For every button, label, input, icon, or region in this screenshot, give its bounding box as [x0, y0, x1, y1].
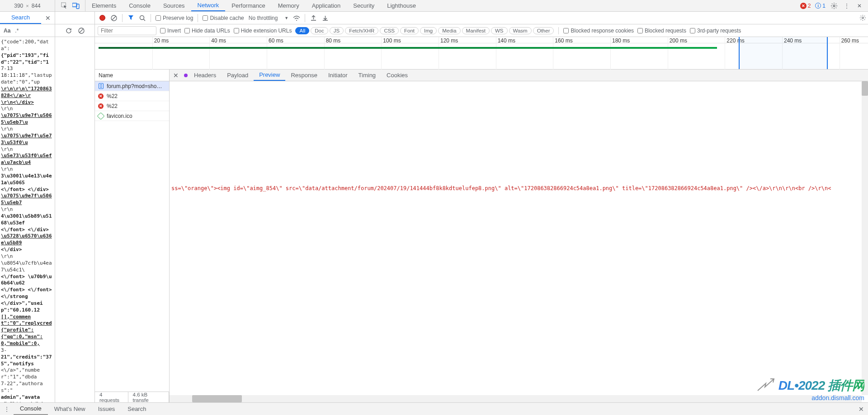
type-filter-doc[interactable]: Doc: [311, 27, 328, 34]
search-result-line[interactable]: \r\n: [1, 253, 54, 260]
main-tab-lighthouse[interactable]: Lighthouse: [381, 0, 422, 11]
hide-extension-urls-checkbox[interactable]: Hide extension URLs: [234, 28, 292, 34]
detail-tab-preview[interactable]: Preview: [254, 70, 285, 81]
close-detail-icon[interactable]: ✕: [170, 72, 182, 79]
search-result-line[interactable]: \r\n: [1, 206, 54, 213]
search-result-line[interactable]: \r\n<\/div>: [1, 99, 54, 106]
drawer-tab-console[interactable]: Console: [14, 403, 48, 415]
main-tab-sources[interactable]: Sources: [157, 0, 191, 11]
type-filter-js[interactable]: JS: [330, 27, 344, 34]
download-har-icon[interactable]: [321, 14, 329, 22]
search-close-icon[interactable]: ✕: [41, 14, 55, 22]
search-result-line[interactable]: \u7075\u9e7f\u5e73\u53f0\u: [1, 133, 54, 146]
type-filter-manifest[interactable]: Manifest: [462, 27, 490, 34]
throttling-select[interactable]: No throttling ▼: [249, 15, 288, 21]
info-count-badge[interactable]: i1: [815, 3, 826, 9]
search-result-line[interactable]: <\/a>","number":"1","dbda: [1, 367, 54, 381]
type-filter-ws[interactable]: WS: [491, 27, 508, 34]
filter-input[interactable]: [98, 26, 156, 35]
search-result-line[interactable]: [],"comment":"0","replycred: [1, 314, 54, 327]
panel-settings-icon[interactable]: [859, 14, 866, 23]
filter-toggle-icon[interactable]: [127, 14, 134, 22]
search-result-line[interactable]: {"code":200,"data":: [1, 39, 54, 52]
drawer-tab-search[interactable]: Search: [121, 403, 152, 415]
search-result-line[interactable]: 3-: [1, 347, 54, 354]
search-tab[interactable]: Search: [0, 12, 41, 24]
refresh-search-icon[interactable]: [65, 27, 72, 34]
request-row[interactable]: forum.php?mod=sho…: [95, 81, 169, 91]
main-tab-application[interactable]: Application: [306, 0, 347, 11]
close-devtools-icon[interactable]: ✕: [855, 2, 863, 10]
search-result-line[interactable]: <\/div>: [1, 247, 54, 253]
third-party-checkbox[interactable]: 3rd-party requests: [690, 28, 741, 34]
type-filter-media[interactable]: Media: [438, 27, 460, 34]
request-row[interactable]: favicon.ico: [95, 111, 169, 121]
request-row[interactable]: ✕%22: [95, 91, 169, 101]
search-result-line[interactable]: {"profile":: [1, 327, 54, 334]
search-result-line[interactable]: \u7075\u9e7f\u5065\u5eb7: [1, 193, 54, 206]
detail-tab-initiator[interactable]: Initiator: [323, 70, 353, 81]
detail-tab-timing[interactable]: Timing: [353, 70, 382, 81]
overview-selection[interactable]: [739, 37, 828, 69]
blocked-requests-checkbox[interactable]: Blocked requests: [637, 28, 686, 34]
search-result-line[interactable]: 18:11:18","lastupdate":"0","up: [1, 72, 54, 86]
detail-tab-response[interactable]: Response: [285, 70, 323, 81]
type-filter-all[interactable]: All: [295, 27, 309, 34]
blocked-cookies-checkbox[interactable]: Blocked response cookies: [563, 28, 633, 34]
main-tab-console[interactable]: Console: [123, 0, 157, 11]
main-tab-network[interactable]: Network: [191, 0, 226, 11]
clear-icon[interactable]: [110, 14, 118, 22]
type-filter-font[interactable]: Font: [400, 27, 419, 34]
search-result-line[interactable]: \u5728\u6570\u636e\u5b89: [1, 233, 54, 247]
network-conditions-icon[interactable]: [293, 14, 300, 22]
search-results-pane[interactable]: {"code":200,"data":{"pid":"193","fid":"2…: [0, 37, 55, 402]
search-result-line[interactable]: <\/div>","useip":"60.160.12: [1, 300, 54, 314]
type-filter-css[interactable]: CSS: [380, 27, 399, 34]
preserve-log-checkbox[interactable]: Preserve log: [156, 15, 193, 21]
drawer-more-icon[interactable]: ⋮: [0, 406, 14, 412]
search-result-line[interactable]: 7-13: [1, 65, 54, 72]
drawer-tab-issues[interactable]: Issues: [92, 403, 122, 415]
clear-search-icon[interactable]: [78, 27, 85, 34]
settings-icon[interactable]: [830, 2, 838, 10]
search-result-line[interactable]: \r\n: [1, 146, 54, 153]
search-result-line[interactable]: \r\n: [1, 166, 54, 173]
search-result-line[interactable]: \r\n: [1, 126, 54, 133]
search-result-line[interactable]: 21","credits":"375","notifys: [1, 354, 54, 368]
drawer-tab-what-s-new[interactable]: What's New: [48, 403, 92, 415]
search-result-line[interactable]: <\/font> <\/font> <\/strong: [1, 287, 54, 300]
upload-har-icon[interactable]: [310, 14, 317, 22]
main-tab-elements[interactable]: Elements: [85, 0, 123, 11]
main-tab-performance[interactable]: Performance: [225, 0, 271, 11]
request-row[interactable]: ✕%22: [95, 101, 169, 111]
type-filter-img[interactable]: Img: [420, 27, 437, 34]
search-result-line[interactable]: <\/font> <\/div>: [1, 187, 54, 193]
network-overview[interactable]: 20 ms40 ms60 ms80 ms100 ms120 ms140 ms16…: [95, 37, 868, 70]
drawer-close-icon[interactable]: ✕: [854, 406, 868, 413]
hide-data-urls-checkbox[interactable]: Hide data URLs: [184, 28, 230, 34]
search-result-line[interactable]: {"pid":"193","fid":"22","tid":"1: [1, 52, 54, 66]
search-result-line[interactable]: <\/font> <\/div>: [1, 227, 54, 233]
horizontal-scrollbar[interactable]: [170, 395, 862, 402]
search-result-line[interactable]: <\/font> \u70b9\u6b64\u62: [1, 274, 54, 287]
record-button[interactable]: [99, 14, 106, 22]
type-filter-fetch-xhr[interactable]: Fetch/XHR: [345, 27, 378, 34]
search-result-line[interactable]: 7-22","authoras":": [1, 381, 54, 394]
regex-toggle[interactable]: .*: [15, 28, 19, 34]
main-tab-security[interactable]: Security: [347, 0, 381, 11]
search-result-line[interactable]: \u5e73\u53f0\u5efa\u7acb\u4: [1, 153, 54, 166]
search-result-line[interactable]: \r\n: [1, 106, 54, 112]
disable-cache-checkbox[interactable]: Disable cache: [203, 15, 244, 21]
main-tab-memory[interactable]: Memory: [272, 0, 306, 11]
search-icon[interactable]: [139, 14, 146, 22]
inspect-icon[interactable]: [61, 2, 68, 9]
detail-tab-payload[interactable]: Payload: [222, 70, 254, 81]
search-result-line[interactable]: \u8054\u7cfb\u4ea7\u54c1\: [1, 260, 54, 274]
search-result-line[interactable]: \r\n\r\n\"1720863828<\/a>\r: [1, 86, 54, 99]
request-list-header[interactable]: Name: [95, 70, 169, 81]
search-result-line[interactable]: 3\u3001\u4e13\u4e1a\u5065: [1, 173, 54, 187]
preview-pane[interactable]: ss=\"orange\"><img id=\"aimg_854\" src=\…: [170, 81, 868, 402]
search-result-line[interactable]: \u7075\u9e7f\u5065\u5eb7\u: [1, 112, 54, 126]
more-icon[interactable]: ⋮: [843, 2, 851, 10]
vertical-scrollbar[interactable]: [862, 81, 868, 395]
